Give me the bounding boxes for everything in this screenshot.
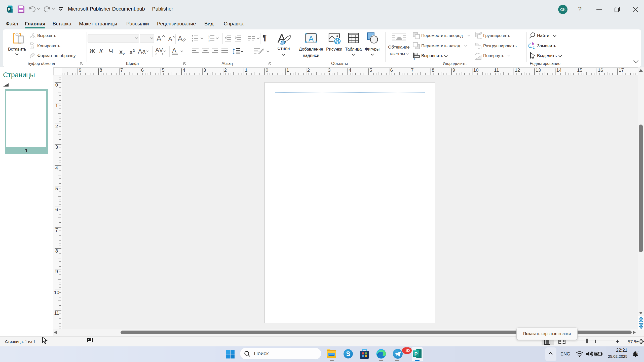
svg-text:0: 0 xyxy=(266,68,269,73)
svg-text:c: c xyxy=(533,45,535,50)
svg-text:3: 3 xyxy=(328,68,331,73)
svg-text:0: 0 xyxy=(55,82,58,88)
svg-text:2: 2 xyxy=(208,37,210,39)
svg-text:4: 4 xyxy=(55,165,58,171)
svg-text:1: 1 xyxy=(55,103,58,108)
svg-text:15: 15 xyxy=(577,68,582,73)
svg-text:6: 6 xyxy=(55,207,58,212)
svg-text:1: 1 xyxy=(286,68,289,73)
svg-text:11: 11 xyxy=(494,68,499,73)
svg-text:10: 10 xyxy=(473,68,479,73)
svg-text:14: 14 xyxy=(556,68,562,73)
svg-text:12: 12 xyxy=(515,68,520,73)
svg-text:5: 5 xyxy=(162,68,165,73)
svg-text:9: 9 xyxy=(452,68,455,73)
svg-text:A: A xyxy=(309,34,314,43)
svg-text:1: 1 xyxy=(245,68,248,73)
svg-text:8: 8 xyxy=(55,248,58,254)
svg-text:7: 7 xyxy=(55,227,58,233)
svg-text:z: z xyxy=(636,352,637,354)
svg-text:3: 3 xyxy=(203,68,206,73)
svg-text:17: 17 xyxy=(619,68,624,73)
svg-text:10: 10 xyxy=(54,290,59,295)
svg-text:8: 8 xyxy=(100,68,102,73)
svg-text:5: 5 xyxy=(369,68,372,73)
svg-text:3: 3 xyxy=(55,144,58,150)
svg-text:P: P xyxy=(414,351,418,357)
svg-text:1: 1 xyxy=(208,34,210,37)
svg-text:9: 9 xyxy=(79,68,82,73)
svg-text:5: 5 xyxy=(55,186,58,191)
svg-text:16: 16 xyxy=(598,68,603,73)
svg-text:2: 2 xyxy=(307,68,310,73)
svg-text:2: 2 xyxy=(224,68,227,73)
svg-text:9: 9 xyxy=(55,269,58,274)
svg-text:4: 4 xyxy=(349,68,352,73)
svg-text:7: 7 xyxy=(411,68,414,73)
svg-text:7: 7 xyxy=(120,68,123,73)
svg-text:13: 13 xyxy=(536,68,541,73)
svg-text:3: 3 xyxy=(208,39,210,42)
svg-text:4: 4 xyxy=(183,68,185,73)
svg-text:11: 11 xyxy=(54,310,59,316)
svg-text:6: 6 xyxy=(141,68,144,73)
svg-text:z: z xyxy=(637,350,639,353)
svg-text:6: 6 xyxy=(390,68,393,73)
svg-text:8: 8 xyxy=(432,68,435,73)
svg-text:2: 2 xyxy=(55,124,58,129)
